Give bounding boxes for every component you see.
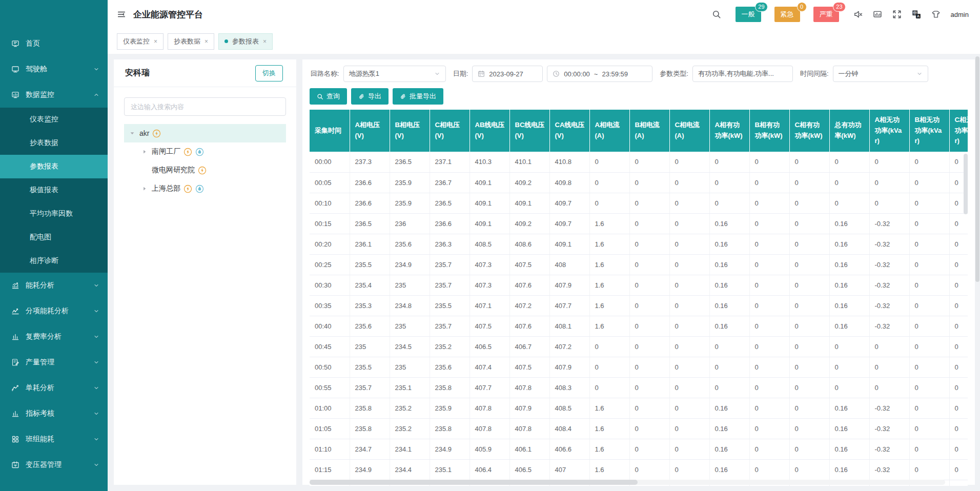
- sidebar-item-data-monitoring[interactable]: 数据监控: [0, 82, 108, 108]
- sidebar-item-transformer-management[interactable]: 变压器管理: [0, 452, 108, 478]
- table-cell: 235.5: [350, 357, 390, 377]
- date-picker[interactable]: 2023-09-27: [472, 66, 543, 82]
- param-type-select[interactable]: 有功功率,有功电能,功率...: [692, 66, 793, 82]
- horizontal-scrollbar[interactable]: [310, 480, 945, 485]
- table-vertical-scrollbar-thumb[interactable]: [964, 154, 968, 214]
- fullscreen-icon[interactable]: [892, 10, 902, 19]
- tree-node-nanzha-factory[interactable]: 南闸工厂: [124, 142, 286, 161]
- interval-select[interactable]: 一分钟: [833, 66, 928, 82]
- tab-close-icon[interactable]: ×: [263, 38, 267, 45]
- table-cell: 0: [589, 172, 629, 193]
- table-row[interactable]: 00:20236.1235.6236.3408.5408.6409.11.600…: [310, 234, 968, 254]
- tab-meter-monitoring[interactable]: 仪表监控×: [117, 33, 164, 50]
- alarm-badge-severe[interactable]: 严重23: [813, 7, 839, 22]
- page-vertical-scrollbar-thumb[interactable]: [975, 56, 979, 282]
- username[interactable]: admin: [951, 11, 969, 18]
- table-cell: 410.3: [469, 152, 509, 172]
- chevron-down-icon: [93, 436, 99, 442]
- table-vertical-scrollbar[interactable]: [964, 110, 968, 486]
- paperclip-icon: [358, 93, 365, 100]
- alarm-badges: 一般29紧急0严重23: [736, 7, 839, 22]
- sidebar-subitem-parameter-report[interactable]: 参数报表: [0, 155, 108, 178]
- table-cell: 409.7: [549, 193, 589, 213]
- tab-close-icon[interactable]: ×: [205, 38, 208, 45]
- alarm-badge-urgent[interactable]: 紧急0: [774, 7, 800, 22]
- sidebar-item-label: 复费率分析: [26, 332, 62, 341]
- table-row[interactable]: 01:00235.8235.2235.9407.8407.9408.51.600…: [310, 398, 968, 418]
- table-cell: 407.8: [509, 377, 549, 398]
- column-header: B相无功功率(kVar): [909, 110, 949, 152]
- sidebar-menu: 首页驾驶舱数据监控仪表监控抄表数据参数报表极值报表平均功率因数配电图相序诊断能耗…: [0, 31, 108, 478]
- table-row[interactable]: 01:05235.8235.2235.8407.8407.8408.41.600…: [310, 418, 968, 439]
- table-cell: 0: [749, 234, 789, 254]
- collapse-menu-icon[interactable]: [117, 10, 126, 19]
- tree-body: akr南闸工厂微电网研究院上海总部: [114, 87, 296, 198]
- table-cell: 407.9: [549, 357, 589, 377]
- theme-icon[interactable]: [931, 10, 941, 19]
- table-row[interactable]: 00:00237.3236.5237.1410.3410.1410.800000…: [310, 152, 968, 172]
- sidebar-subitem-avg-power-factor[interactable]: 平均功率因数: [0, 202, 108, 226]
- table-cell: 0: [709, 357, 749, 377]
- data-table-wrap: 采集时间A相电压(V)B相电压(V)C相电压(V)AB线电压(V)BC线电压(V…: [310, 110, 968, 486]
- search-icon[interactable]: [712, 10, 721, 19]
- table-row[interactable]: 00:40235.6235235.7407.5407.6408.11.6000.…: [310, 316, 968, 336]
- tree-node-shanghai-hq[interactable]: 上海总部: [124, 179, 286, 198]
- caret-expanded-icon[interactable]: [128, 130, 136, 136]
- horizontal-scrollbar-thumb[interactable]: [310, 480, 638, 485]
- table-row[interactable]: 01:15234.9234.4235.1406.4406.54071.6000.…: [310, 459, 968, 480]
- switch-button[interactable]: 切换: [255, 65, 283, 81]
- table-cell: 234.9: [350, 459, 390, 480]
- tree-search-input[interactable]: [124, 97, 286, 116]
- page-vertical-scrollbar[interactable]: [975, 56, 979, 485]
- table-row[interactable]: 00:35235.3234.8235.5407.1407.2407.71.600…: [310, 295, 968, 316]
- sidebar-subitem-meter-monitoring[interactable]: 仪表监控: [0, 108, 108, 131]
- table-row[interactable]: 00:50235.5235235.6407.4407.5407.90000000…: [310, 357, 968, 377]
- export-button[interactable]: 导出: [351, 88, 389, 105]
- export-button-label: 导出: [368, 92, 381, 101]
- table-cell: 0: [669, 172, 709, 193]
- table-cell: 0: [589, 152, 629, 172]
- table-row[interactable]: 00:05236.6235.9236.7409.1409.2409.800000…: [310, 172, 968, 193]
- sidebar-item-unit-consumption-analysis[interactable]: 单耗分析: [0, 375, 108, 401]
- table-row[interactable]: 00:55235.7235.1235.8407.7407.8408.300000…: [310, 377, 968, 398]
- tab-meter-reading-data[interactable]: 抄表数据×: [168, 33, 214, 50]
- batch-export-button[interactable]: 批量导出: [393, 88, 443, 105]
- table-row[interactable]: 00:15236.5236236.6409.1409.2409.71.6000.…: [310, 213, 968, 234]
- table-row[interactable]: 00:25235.5234.9235.7407.3407.54081.6000.…: [310, 254, 968, 275]
- sidebar-item-production-management[interactable]: 产量管理: [0, 350, 108, 375]
- tab-close-icon[interactable]: ×: [154, 38, 157, 45]
- alarm-badge-normal[interactable]: 一般29: [736, 7, 761, 22]
- table-cell: 406.1: [509, 439, 549, 459]
- sidebar-item-kpi-assessment[interactable]: 指标考核: [0, 401, 108, 426]
- screen-chart-icon[interactable]: [873, 10, 882, 19]
- energy-analysis-icon: [11, 281, 19, 290]
- caret-collapsed-icon[interactable]: [140, 186, 149, 192]
- sidebar-item-energy-analysis[interactable]: 能耗分析: [0, 273, 108, 298]
- sidebar-subitem-phase-sequence-diagnosis[interactable]: 相序诊断: [0, 249, 108, 273]
- sidebar-item-cockpit[interactable]: 驾驶舱: [0, 56, 108, 82]
- column-header: BC线电压(V): [509, 110, 549, 152]
- sidebar-item-sub-item-energy-analysis[interactable]: 分项能耗分析: [0, 298, 108, 324]
- sidebar-subitem-meter-reading-data[interactable]: 抄表数据: [0, 131, 108, 155]
- table-cell: -0.32: [869, 275, 909, 295]
- sidebar-item-tariff-analysis[interactable]: 复费率分析: [0, 324, 108, 350]
- translate-icon[interactable]: 中A: [912, 10, 921, 19]
- sidebar-item-home[interactable]: 首页: [0, 31, 108, 56]
- table-row[interactable]: 01:10234.7234.1234.9405.9406.1406.61.600…: [310, 439, 968, 459]
- tab-parameter-report[interactable]: 参数报表×: [218, 33, 273, 50]
- circuit-select[interactable]: 地源热泵1: [343, 66, 446, 82]
- sidebar-item-team-energy[interactable]: 班组能耗: [0, 426, 108, 452]
- table-cell: 0: [909, 152, 949, 172]
- lightning-icon: [152, 129, 161, 138]
- tree-node-akr[interactable]: akr: [124, 124, 286, 142]
- sidebar-subitem-extreme-report[interactable]: 极值报表: [0, 178, 108, 202]
- caret-collapsed-icon[interactable]: [140, 149, 149, 155]
- query-button[interactable]: 查询: [310, 88, 347, 105]
- table-row[interactable]: 00:30235.4235235.7407.3407.6407.91.6000.…: [310, 275, 968, 295]
- tree-node-microgrid-institute[interactable]: 微电网研究院: [124, 161, 286, 179]
- table-row[interactable]: 00:45235234.5235.2406.5406.7407.20000000…: [310, 336, 968, 357]
- sidebar-subitem-distribution-diagram[interactable]: 配电图: [0, 226, 108, 249]
- time-range-picker[interactable]: 00:00:00 ~ 23:59:59: [547, 66, 652, 82]
- table-row[interactable]: 00:10236.6235.9236.5409.1409.1409.700000…: [310, 193, 968, 213]
- mute-icon[interactable]: [853, 10, 863, 19]
